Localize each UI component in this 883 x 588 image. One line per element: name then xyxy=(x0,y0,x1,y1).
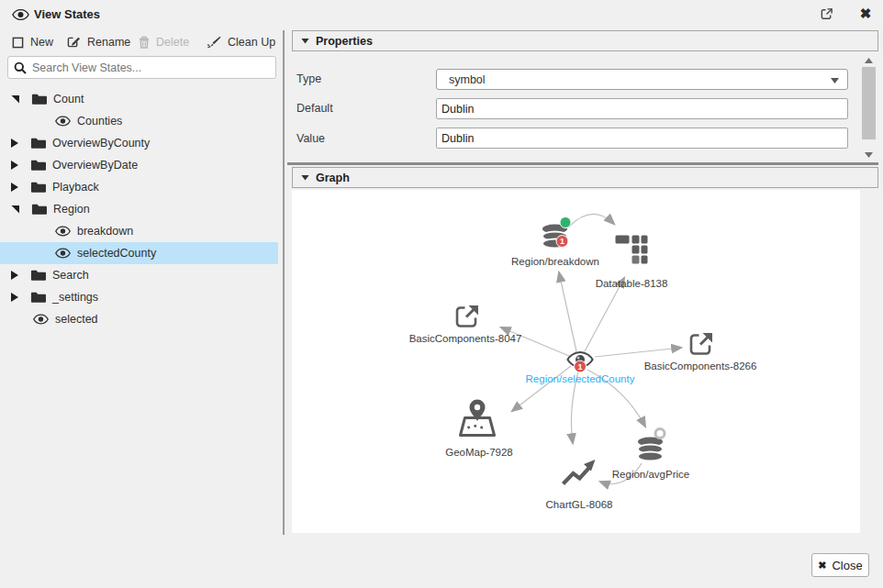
close-x-icon: ✖ xyxy=(818,560,826,571)
view-states-tree: Count Counties OverviewByCounty Overview… xyxy=(0,88,278,330)
tree-item-label: OverviewByDate xyxy=(52,159,138,172)
rename-button[interactable]: Rename xyxy=(67,31,130,53)
tree-item-label: Playback xyxy=(52,181,99,194)
tree-row-counties[interactable]: Counties xyxy=(0,110,278,132)
close-window-icon[interactable]: ✖ xyxy=(856,5,875,23)
default-field-label: Default xyxy=(296,102,333,115)
search-input[interactable] xyxy=(32,61,270,74)
graph-node-region-avgprice[interactable] xyxy=(637,437,665,466)
properties-scrollbar[interactable] xyxy=(861,55,877,161)
expander-open-icon[interactable] xyxy=(11,205,19,214)
graph-node-chartgl-8068[interactable] xyxy=(562,459,598,491)
graph-node-datatable-8138[interactable] xyxy=(615,234,649,272)
graph-node-label[interactable]: ChartGL-8068 xyxy=(546,499,613,510)
properties-section-header[interactable]: Properties xyxy=(292,30,878,51)
tree-item-label: breakdown xyxy=(77,225,133,238)
chevron-down-icon xyxy=(831,78,839,83)
title-bar: View States ✖ xyxy=(0,0,883,28)
broom-icon xyxy=(207,36,221,49)
expander-closed-icon[interactable] xyxy=(11,139,18,148)
value-field-label: Value xyxy=(296,132,325,145)
delete-button[interactable]: Delete xyxy=(139,31,189,53)
tree-row-selectedcounty[interactable]: selectedCounty xyxy=(0,242,278,264)
folder-icon xyxy=(31,93,47,105)
expander-open-icon[interactable] xyxy=(11,95,19,104)
folder-icon xyxy=(31,203,47,216)
eye-icon xyxy=(12,8,29,25)
trash-icon xyxy=(139,36,150,49)
graph-node-geomap-7928[interactable] xyxy=(457,398,498,443)
scrollbar-thumb[interactable] xyxy=(862,67,876,139)
external-link-icon xyxy=(454,304,481,330)
tree-row-search[interactable]: Search xyxy=(0,264,278,286)
clean-up-button[interactable]: Clean Up xyxy=(207,31,275,53)
rename-button-label: Rename xyxy=(87,36,130,49)
expander-closed-icon[interactable] xyxy=(11,161,18,170)
tree-row-playback[interactable]: Playback xyxy=(0,176,278,198)
tree-row-selected[interactable]: selected xyxy=(0,308,278,330)
tree-item-label: selected xyxy=(55,313,98,326)
graph-node-basiccomponents-8266[interactable] xyxy=(688,331,715,361)
graph-node-region-selectedcounty[interactable]: 1 xyxy=(566,351,594,372)
database-icon xyxy=(637,437,665,462)
external-link-icon xyxy=(688,331,715,358)
tree-item-label: Search xyxy=(52,269,89,282)
graph-node-label[interactable]: Region/breakdown xyxy=(511,256,599,267)
notification-badge: 1 xyxy=(556,235,569,248)
graph-node-label[interactable]: Region/avgPrice xyxy=(612,469,689,480)
new-button[interactable]: New xyxy=(12,31,53,53)
expander-closed-icon[interactable] xyxy=(11,271,18,280)
graph-node-label[interactable]: Datatable-8138 xyxy=(596,278,668,289)
eye-icon xyxy=(55,248,71,259)
graph-canvas[interactable]: 1 Region/breakdown Datatable-8138 xyxy=(292,190,860,533)
scroll-down-icon[interactable] xyxy=(865,152,873,158)
notification-badge: 1 xyxy=(574,361,587,373)
type-dropdown[interactable]: symbol xyxy=(436,69,848,90)
graph-node-region-breakdown[interactable]: 1 xyxy=(542,224,570,253)
expander-closed-icon[interactable] xyxy=(11,183,18,192)
tree-item-label: OverviewByCounty xyxy=(52,137,150,150)
scroll-up-icon[interactable] xyxy=(865,58,873,63)
tree-row-region[interactable]: Region xyxy=(0,198,278,220)
default-field[interactable] xyxy=(436,98,848,119)
window-title: View States xyxy=(34,7,100,21)
graph-node-label-active[interactable]: Region/selectedCounty xyxy=(526,373,635,384)
type-dropdown-value: symbol xyxy=(449,73,486,86)
graph-section-header[interactable]: Graph xyxy=(292,167,878,188)
eye-icon xyxy=(55,116,71,127)
folder-icon xyxy=(30,137,46,150)
collapse-caret-icon xyxy=(301,39,309,44)
expander-closed-icon[interactable] xyxy=(11,293,18,302)
folder-icon xyxy=(30,291,46,304)
tree-row-breakdown[interactable]: breakdown xyxy=(0,220,278,242)
graph-node-basiccomponents-8047[interactable] xyxy=(454,304,481,334)
graph-node-label[interactable]: BasicComponents-8266 xyxy=(644,361,757,372)
graph-node-label[interactable]: BasicComponents-8047 xyxy=(409,333,522,344)
graph-node-label[interactable]: GeoMap-7928 xyxy=(445,447,513,458)
folder-icon xyxy=(30,269,46,282)
close-button[interactable]: ✖ Close xyxy=(811,553,869,577)
vertical-splitter[interactable] xyxy=(283,30,285,535)
value-field[interactable] xyxy=(436,128,848,149)
graph-section-title: Graph xyxy=(316,172,350,184)
tree-item-label: Counties xyxy=(77,115,122,128)
tree-item-label: Region xyxy=(53,203,90,216)
tree-item-label: _settings xyxy=(52,291,98,304)
gray-status-ring xyxy=(654,427,666,439)
properties-section-title: Properties xyxy=(316,35,373,48)
collapse-caret-icon xyxy=(301,175,309,181)
view-states-dialog: View States ✖ New Rename Delete Clean Up xyxy=(0,0,883,588)
search-icon xyxy=(14,61,27,74)
type-field-label: Type xyxy=(296,72,321,85)
tree-row-overviewbydate[interactable]: OverviewByDate xyxy=(0,154,278,176)
tree-row-count[interactable]: Count xyxy=(0,88,278,110)
new-button-label: New xyxy=(30,36,53,49)
horizontal-splitter[interactable] xyxy=(287,162,878,165)
expand-window-icon[interactable] xyxy=(820,7,834,22)
folder-icon xyxy=(30,181,46,194)
clean-up-button-label: Clean Up xyxy=(228,36,275,49)
tree-row-overviewbycounty[interactable]: OverviewByCounty xyxy=(0,132,278,154)
chart-line-icon xyxy=(562,459,598,487)
tree-row-settings[interactable]: _settings xyxy=(0,286,278,308)
tree-item-label: Count xyxy=(53,93,84,105)
